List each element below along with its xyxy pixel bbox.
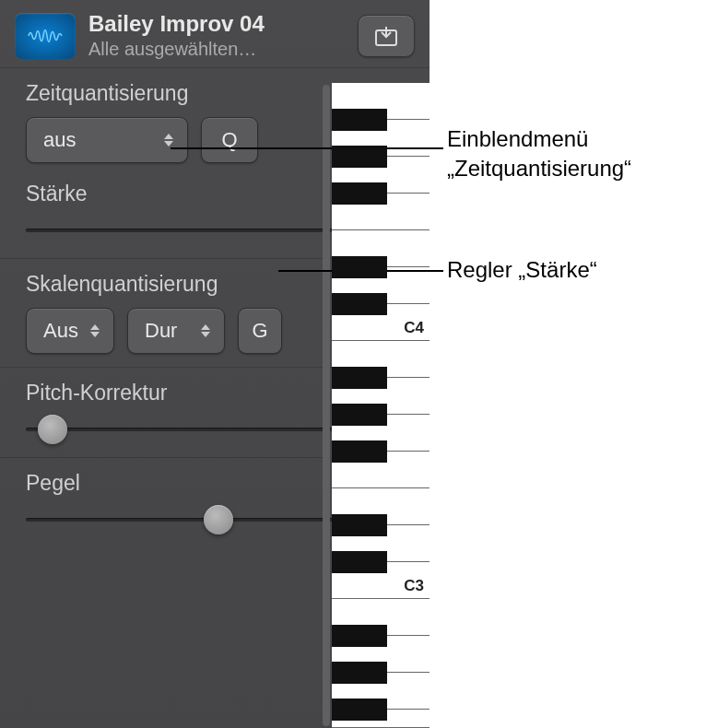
black-key[interactable] (332, 293, 387, 315)
scale-type-popup[interactable]: Dur (127, 308, 225, 354)
updown-arrow-icon (198, 324, 213, 337)
pegel-label: Pegel (26, 471, 80, 496)
vertical-scrollbar[interactable] (323, 85, 330, 726)
updown-arrow-icon (88, 324, 102, 337)
black-key[interactable] (332, 367, 387, 389)
scale-onoff-popup[interactable]: Aus (26, 308, 114, 354)
scale-g-button[interactable]: G (238, 308, 282, 354)
key-label-c4: C4 (404, 319, 424, 337)
black-key[interactable] (332, 440, 387, 463)
scale-type-value: Dur (145, 319, 198, 343)
piano-keyboard[interactable]: C4 C3 (332, 83, 429, 728)
black-key[interactable] (332, 625, 387, 647)
header: Bailey Improv 04 Alle ausgewählten… (0, 0, 429, 67)
black-key[interactable] (332, 256, 387, 278)
header-text: Bailey Improv 04 Alle ausgewählten… (88, 11, 345, 60)
region-title: Bailey Improv 04 (88, 11, 345, 37)
quantize-button[interactable]: Q (201, 117, 258, 163)
scale-onoff-value: Aus (43, 319, 88, 343)
black-key[interactable] (332, 699, 387, 721)
audio-track-icon[interactable] (15, 13, 76, 59)
slider-thumb[interactable] (38, 415, 67, 444)
callout-time-quantize-menu: Einblendmenü „Zeitquantisierung“ (447, 124, 706, 184)
callout-line (171, 147, 443, 149)
callout-strength-slider: Regler „Stärke“ (447, 255, 597, 285)
black-key[interactable] (332, 514, 387, 536)
time-quantize-value: aus (43, 128, 161, 152)
time-quantize-popup[interactable]: aus (26, 117, 188, 163)
black-key[interactable] (332, 146, 387, 168)
black-key[interactable] (332, 404, 387, 426)
strength-label: Stärke (26, 182, 87, 206)
black-key[interactable] (332, 662, 387, 684)
updown-arrow-icon (161, 134, 176, 147)
black-key[interactable] (332, 109, 387, 131)
slider-thumb[interactable] (204, 505, 233, 534)
region-subtitle: Alle ausgewählten… (88, 39, 345, 60)
black-key[interactable] (332, 182, 387, 205)
inspector-panel: Bailey Improv 04 Alle ausgewählten… Zeit… (0, 0, 429, 728)
black-key[interactable] (332, 551, 387, 573)
catch-button[interactable] (358, 15, 415, 57)
key-label-c3: C3 (404, 577, 424, 595)
pitch-label: Pitch-Korrektur (26, 381, 167, 405)
